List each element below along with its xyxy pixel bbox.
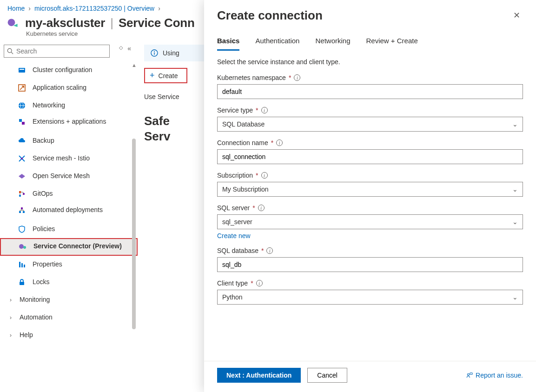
svg-rect-17 [21, 207, 23, 209]
svg-rect-21 [21, 263, 23, 267]
field-client-type: Client type * i Python⌄ [217, 279, 523, 305]
section-name: Service Conn [119, 16, 195, 30]
info-icon[interactable]: i [261, 107, 268, 113]
sidebar-item-osm[interactable]: Open Service Mesh [0, 167, 138, 185]
sidebar-search[interactable] [4, 45, 110, 58]
svg-rect-9 [19, 119, 22, 122]
svg-rect-15 [19, 211, 21, 213]
namespace-input[interactable] [217, 84, 523, 99]
gitops-icon [18, 190, 26, 198]
extensions-icon [18, 118, 26, 126]
info-icon[interactable]: i [261, 172, 268, 179]
svg-rect-26 [154, 53, 154, 55]
create-new-link[interactable]: Create new [217, 232, 251, 239]
sort-icon[interactable]: ◇ [119, 45, 123, 52]
client-type-select[interactable]: Python⌄ [217, 290, 523, 305]
sidebar: ◇ « ▲ Cluster configuration Application … [0, 42, 138, 389]
report-issue-link[interactable]: Report an issue. [466, 372, 523, 379]
chevron-right-icon: › [7, 332, 14, 339]
svg-point-19 [23, 246, 26, 249]
tab-networking[interactable]: Networking [315, 37, 350, 51]
cancel-button[interactable]: Cancel [307, 368, 347, 383]
sidebar-item-gitops[interactable]: GitOps [0, 185, 138, 203]
field-namespace: Kubernetes namespace * i [217, 74, 523, 99]
panel-title: Create connection [217, 8, 323, 23]
close-icon[interactable]: ✕ [513, 10, 520, 20]
sql-server-select[interactable]: sql_server⌄ [217, 214, 523, 229]
globe-icon [18, 101, 26, 110]
svg-rect-22 [24, 265, 25, 267]
policy-icon [18, 225, 26, 233]
create-button[interactable]: +Create [144, 68, 187, 83]
info-icon [151, 49, 158, 57]
resource-name: my-akscluster [25, 16, 105, 30]
field-service-type: Service type * i SQL Database⌄ [217, 106, 523, 132]
next-button[interactable]: Next : Authentication [217, 368, 301, 383]
sidebar-group-monitoring[interactable]: ›Monitoring [0, 291, 138, 309]
svg-point-25 [154, 51, 155, 52]
info-icon[interactable]: i [276, 140, 283, 146]
plus-icon: + [150, 71, 155, 80]
panel-instruction: Select the service instance and client t… [217, 58, 523, 66]
sidebar-group-help[interactable]: ›Help [0, 326, 138, 344]
sidebar-item-cluster-config[interactable]: Cluster configuration [0, 61, 138, 79]
svg-rect-28 [470, 373, 472, 375]
scrollbar-thumb[interactable] [132, 139, 136, 329]
breadcrumb-project[interactable]: microsoft.aks-1721132537250 | Overview [34, 5, 154, 12]
breadcrumb-home[interactable]: Home [7, 5, 25, 12]
tab-review-create[interactable]: Review + Create [366, 37, 417, 51]
svg-rect-4 [20, 69, 24, 70]
mesh-icon [18, 154, 26, 163]
field-sql-database: SQL database * i [217, 247, 523, 272]
info-icon[interactable]: i [266, 247, 273, 254]
service-type-select[interactable]: SQL Database⌄ [217, 117, 523, 132]
sidebar-item-auto-deploy[interactable]: Automated deployments [0, 203, 138, 220]
info-icon[interactable]: i [294, 74, 300, 81]
info-text: Using [163, 49, 179, 57]
cluster-config-icon [18, 66, 26, 74]
sidebar-item-app-scaling[interactable]: Application scaling [0, 79, 138, 97]
svg-point-13 [19, 195, 21, 197]
sidebar-item-policies[interactable]: Policies [0, 220, 138, 238]
sidebar-item-istio[interactable]: Service mesh - Istio [0, 150, 138, 167]
svg-point-18 [19, 244, 24, 249]
tab-basics[interactable]: Basics [217, 37, 239, 51]
page-title: my-akscluster | Service Conn [25, 16, 195, 30]
create-connection-panel: Create connection ✕ Basics Authenticatio… [204, 0, 536, 392]
svg-point-1 [7, 48, 12, 53]
field-connection-name: Connection name * i [217, 139, 523, 164]
svg-line-2 [11, 52, 13, 54]
search-icon [7, 48, 13, 54]
chevron-down-icon: ⌄ [512, 120, 518, 128]
scaling-icon [18, 84, 26, 92]
sidebar-group-automation[interactable]: ›Automation [0, 309, 138, 326]
chevron-down-icon: ⌄ [512, 186, 518, 193]
sidebar-item-locks[interactable]: Locks [0, 273, 138, 291]
collapse-icon[interactable]: « [127, 45, 131, 52]
svg-point-27 [467, 373, 469, 375]
connection-name-input[interactable] [217, 149, 523, 164]
svg-point-0 [8, 19, 15, 26]
sidebar-item-service-connector[interactable]: Service Connector (Preview) [0, 238, 138, 256]
sidebar-item-networking[interactable]: Networking [0, 97, 138, 114]
svg-rect-20 [19, 262, 20, 267]
tab-authentication[interactable]: Authentication [255, 37, 299, 51]
chevron-down-icon: ⌄ [512, 293, 518, 301]
sidebar-item-extensions[interactable]: Extensions + applications [0, 114, 138, 132]
sidebar-item-properties[interactable]: Properties [0, 256, 138, 273]
svg-rect-23 [20, 282, 24, 285]
sql-database-input[interactable] [217, 257, 523, 272]
subscription-select[interactable]: My Subscription⌄ [217, 182, 523, 197]
chevron-down-icon: ⌄ [512, 218, 518, 226]
panel-tabs: Basics Authentication Networking Review … [204, 23, 536, 51]
sidebar-item-backup[interactable]: Backup [0, 132, 138, 150]
chevron-right-icon: › [28, 5, 31, 12]
info-icon[interactable]: i [256, 280, 263, 286]
chevron-right-icon: › [7, 297, 14, 303]
svg-point-11 [21, 158, 23, 159]
connector-icon [19, 242, 27, 251]
search-input[interactable] [16, 47, 106, 55]
properties-icon [18, 260, 26, 269]
info-icon[interactable]: i [258, 205, 265, 211]
cloud-icon [18, 137, 26, 145]
